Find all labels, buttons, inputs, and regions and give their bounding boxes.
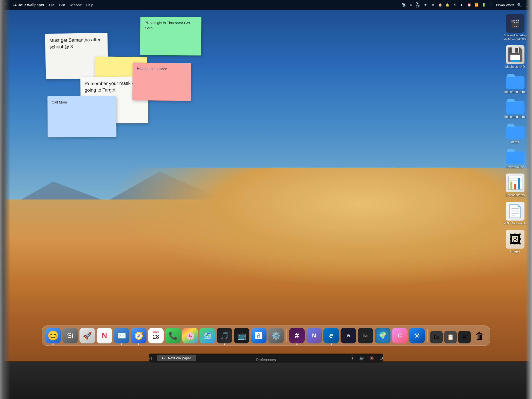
dock-trash[interactable]: 🗑: [472, 329, 487, 343]
dock-appstore[interactable]: 🅰: [251, 328, 267, 343]
sticky-note-bank[interactable]: Head to bank soon: [132, 62, 191, 101]
dock-safari[interactable]: 🧭: [131, 328, 147, 343]
touchbar-volume[interactable]: 🔊: [359, 356, 364, 361]
notification-icon[interactable]: 🔔: [445, 3, 450, 7]
next-wallpaper-label: Next Wallpaper: [168, 356, 191, 360]
search-icon[interactable]: 🔍: [517, 3, 522, 7]
dock-maps[interactable]: 🗺️: [200, 328, 215, 343]
keyboard-area: [0, 361, 532, 399]
screen-icon[interactable]: 🖥: [409, 3, 413, 7]
note-text-pizza: Pizza night is Thursday! Get extra: [144, 21, 190, 30]
music-running-dot: [224, 343, 225, 345]
weather-icon[interactable]: 🌤 77°: [416, 3, 421, 7]
dock: 😊 Si 🚀 N ✉️ 🧭 MON 28 📞 🌸 🗺️ 🎵 📺 🅰: [42, 325, 490, 346]
cv-label: 0p;./t5643cv: [507, 165, 523, 169]
dock-recent-area: 🗂 📋 🖥 🗑: [430, 329, 487, 343]
menubar-help[interactable]: Help: [86, 3, 93, 7]
menubar-left:  24 Hour Wallpaper File Edit Window Hel…: [3, 3, 93, 7]
dock-ia[interactable]: iA: [341, 328, 356, 343]
slack-running-dot: [296, 343, 298, 345]
bluetooth-icon[interactable]: ⬡: [489, 3, 493, 7]
laptop-bezel-right: [526, 0, 532, 399]
wifi-icon[interactable]: 📶: [474, 3, 479, 7]
dock-appletv[interactable]: 📺: [234, 328, 249, 343]
clock-icon[interactable]: ⏰: [467, 3, 471, 7]
terminal-icon[interactable]: ➤: [460, 3, 464, 7]
relocated-2-label: Relocated Items: [504, 115, 527, 119]
desktop-icon-macintosh-hd[interactable]: 💾 Macintosh HD: [504, 44, 526, 70]
brightness-icon[interactable]: ☀: [452, 3, 457, 7]
home-icon[interactable]: 🏠: [438, 3, 442, 7]
note-text-callmom: Call Mom: [52, 100, 67, 104]
desktop-icon-relocated-2[interactable]: Relocated Items: [503, 97, 528, 120]
dock-finder[interactable]: 😊: [45, 328, 61, 343]
menubar-file[interactable]: File: [49, 3, 54, 7]
touchbar-mute[interactable]: 🔇: [369, 356, 374, 361]
desktop-icon-debts[interactable]: debts: [505, 123, 526, 145]
cv-folder-icon: [506, 149, 524, 164]
debts-label: debts: [511, 140, 519, 144]
menubar-window[interactable]: Window: [70, 3, 82, 7]
desktop-icons: 🎬 Screen Recording2020-0...AM.mov 💾 Maci…: [501, 13, 529, 255]
menubar-edit[interactable]: Edit: [59, 3, 65, 7]
dock-clario[interactable]: C: [392, 328, 408, 343]
dock-music[interactable]: 🎵: [217, 328, 232, 343]
dock-ibi[interactable]: ibi: [358, 328, 373, 343]
relocated-folder-2-icon: [506, 98, 524, 114]
safari-running-dot: [138, 343, 139, 345]
dock-edge[interactable]: e: [323, 328, 339, 343]
next-wallpaper-icon: ⏭: [162, 356, 165, 360]
dock-phone[interactable]: 📞: [165, 328, 181, 343]
dock-separator-2: [427, 329, 428, 342]
cast-icon[interactable]: 📡: [401, 3, 406, 7]
eye-icon[interactable]: 👁: [423, 3, 428, 7]
touchbar-expand[interactable]: ⬡: [380, 356, 383, 361]
preferences-label[interactable]: Preferences: [256, 358, 276, 362]
dock-small-3[interactable]: 🖥: [458, 331, 471, 343]
desktop-icon-spreadsheets[interactable]: 📊 Spreadsheets: [504, 172, 526, 198]
touchbar-brightness[interactable]: ☀: [351, 356, 354, 361]
dock-news[interactable]: N: [97, 328, 112, 343]
desktop-icon-screen-recording[interactable]: 🎬 Screen Recording2020-0...AM.mov: [503, 13, 528, 42]
sticky-note-pizza[interactable]: Pizza night is Thursday! Get extra: [140, 17, 202, 55]
relocated-1-label: Relocated Items: [504, 90, 527, 94]
dock-notchmeister[interactable]: N: [306, 328, 322, 343]
screen-recording-thumbnail: 🎬: [506, 14, 524, 33]
dock-xcode-related[interactable]: ⚒: [409, 328, 425, 343]
sticky-note-callmom[interactable]: Call Mom: [48, 96, 117, 137]
menubar-app-name[interactable]: 24 Hour Wallpaper: [12, 3, 44, 7]
dropbox-icon[interactable]: ❄: [430, 3, 435, 7]
note-text-bank: Head to bank soon: [137, 66, 168, 71]
dock-photos[interactable]: 🌸: [182, 328, 198, 343]
desktop-icon-images[interactable]: 🖼 Images: [505, 229, 526, 254]
dock-small-2[interactable]: 📋: [444, 331, 457, 343]
dock-separator: [286, 329, 287, 342]
battery-icon[interactable]: 🔋: [481, 3, 486, 7]
touchbar-next-wallpaper[interactable]: ⏭ Next Wallpaper: [157, 355, 196, 361]
dock-earth[interactable]: 🌍: [375, 328, 390, 343]
note-text-samantha: Must get Samantha after school @ 3: [49, 37, 101, 50]
images-icon: 🖼: [506, 230, 524, 249]
images-label: Images: [510, 250, 520, 253]
menubar-right: 📡 🖥 🌤 77° 👁 ❄ 🏠 🔔 ☀ ➤ ⏰ 📶 🔋 ⬡ Bryan Wolf…: [401, 3, 529, 7]
finder-running-dot: [52, 343, 54, 345]
dock-siri[interactable]: Si: [62, 328, 78, 343]
dock-mail[interactable]: ✉️: [114, 328, 129, 343]
menubar-username[interactable]: Bryan Wolfe: [496, 3, 514, 7]
pdf-label: PDF Documents: [504, 222, 527, 225]
desktop-icon-relocated-1[interactable]: Relocated Items: [503, 72, 528, 95]
dock-small-1[interactable]: 🗂: [430, 331, 443, 343]
dock-sysprefs[interactable]: ⚙️: [268, 328, 284, 343]
laptop-bezel-left: [0, 0, 10, 399]
dock-slack[interactable]: #: [289, 328, 305, 343]
relocated-folder-1-icon: [506, 74, 524, 89]
desktop-icon-pdf[interactable]: 📄 PDF Documents: [503, 201, 528, 226]
dune-highlight: [107, 168, 532, 287]
touchbar-prev[interactable]: ◁: [149, 356, 152, 360]
dock-launchpad[interactable]: 🚀: [79, 328, 95, 343]
desktop-icon-cv[interactable]: 0p;./t5643cv: [505, 148, 526, 170]
macintosh-hd-icon: 💾: [506, 45, 524, 64]
spreadsheets-label: Spreadsheets: [506, 193, 525, 197]
dock-calendar[interactable]: MON 28: [148, 328, 164, 343]
mail-running-dot: [121, 343, 122, 345]
